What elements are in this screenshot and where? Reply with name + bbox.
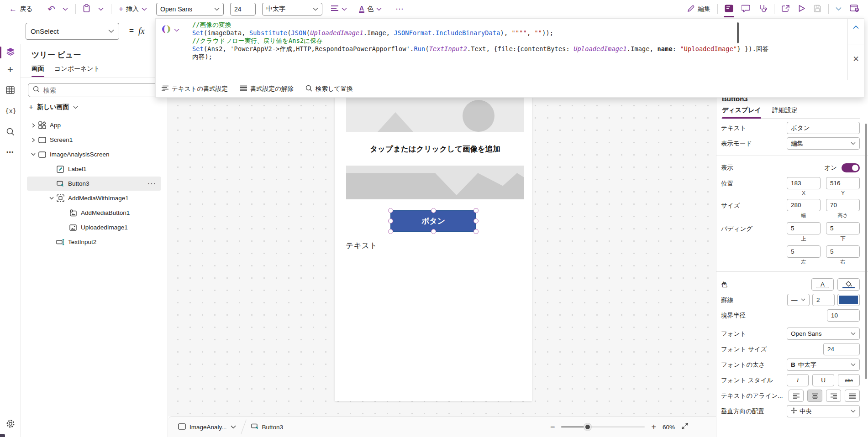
resize-handle-nw[interactable] bbox=[388, 208, 393, 213]
border-width-input[interactable] bbox=[812, 294, 835, 306]
position-x-input[interactable] bbox=[787, 177, 821, 189]
formula-code[interactable]: //画像の変換Set(imageData, Substitute(JSON(Up… bbox=[192, 21, 738, 61]
preview-play-button[interactable] bbox=[794, 2, 810, 16]
tree-search-box[interactable] bbox=[28, 83, 161, 97]
border-radius-input[interactable] bbox=[827, 309, 860, 322]
settings-rail-button[interactable] bbox=[0, 416, 21, 433]
properties-pane-button[interactable] bbox=[721, 2, 737, 16]
format-text-action-button[interactable]: テキストの書式設定 bbox=[161, 85, 228, 93]
insert-button[interactable]: + 挿入 bbox=[116, 3, 150, 15]
font-select[interactable]: Open Sans bbox=[787, 328, 860, 340]
text-color-button[interactable]: A bbox=[811, 278, 834, 291]
vertical-align-select[interactable]: 中央 bbox=[787, 405, 860, 417]
more-rail-button[interactable]: ⋯ bbox=[0, 143, 21, 161]
variables-rail-button[interactable]: {x} bbox=[0, 103, 21, 120]
clear-format-action-button[interactable]: 書式設定の解除 bbox=[240, 85, 294, 93]
search-rail-button[interactable] bbox=[0, 124, 21, 141]
tree-item-uploadedimage1[interactable]: UploadedImage1 bbox=[27, 220, 161, 234]
padding-right-input[interactable] bbox=[826, 245, 860, 258]
tree-search-input[interactable] bbox=[43, 87, 156, 94]
tree-item-screen1[interactable]: Screen1 bbox=[27, 133, 161, 147]
tab-advanced[interactable]: 詳細設定 bbox=[772, 106, 798, 118]
visible-toggle[interactable] bbox=[842, 163, 860, 172]
app-checker-button[interactable] bbox=[754, 1, 771, 16]
size-width-input[interactable] bbox=[787, 199, 821, 211]
resize-handle-w[interactable] bbox=[388, 218, 393, 224]
resize-handle-sw[interactable] bbox=[388, 229, 393, 234]
chevron-right-icon[interactable] bbox=[30, 123, 37, 128]
save-button[interactable] bbox=[810, 2, 826, 16]
align-right-button[interactable] bbox=[826, 390, 841, 402]
border-style-select[interactable]: — bbox=[787, 294, 810, 306]
paste-dropdown[interactable] bbox=[95, 5, 106, 13]
add-media-with-image-control[interactable]: タップまたはクリックして画像を追加 bbox=[346, 97, 524, 199]
chevron-down-icon[interactable] bbox=[30, 153, 37, 156]
padding-top-input[interactable] bbox=[787, 222, 821, 234]
zoom-in-button[interactable]: + bbox=[651, 422, 656, 432]
display-mode-select[interactable]: 編集 bbox=[787, 137, 860, 150]
share-button[interactable] bbox=[777, 2, 794, 16]
insert-rail-button[interactable]: + bbox=[0, 61, 21, 78]
comments-button[interactable] bbox=[737, 2, 754, 16]
align-left-button[interactable] bbox=[789, 390, 804, 402]
new-screen-button[interactable]: + 新しい画面 bbox=[21, 97, 168, 116]
font-weight-select[interactable]: B中太字 bbox=[787, 359, 860, 371]
back-button[interactable]: ← 戻る bbox=[6, 3, 35, 15]
undo-button[interactable]: ↶ bbox=[45, 3, 58, 16]
tree-item-label1[interactable]: Label1 bbox=[27, 162, 161, 176]
data-rail-button[interactable] bbox=[0, 82, 21, 99]
tree-item-imageanalysisscreen[interactable]: ImageAnalysisScreen bbox=[27, 147, 161, 161]
chevron-down-icon[interactable] bbox=[48, 197, 55, 200]
italic-button[interactable]: I bbox=[787, 374, 809, 386]
tree-item-button3[interactable]: Button3··· bbox=[27, 177, 161, 191]
breadcrumb-control[interactable]: Button3 bbox=[251, 423, 284, 432]
tab-screens[interactable]: 画面 bbox=[32, 65, 44, 77]
tree-item-addmediawithimage1[interactable]: AddMediaWithImage1 bbox=[27, 191, 161, 205]
search-action-button[interactable]: 検索して置換 bbox=[305, 85, 353, 93]
screen-artboard[interactable]: タップまたはクリックして画像を追加 ボタン テキスト bbox=[335, 97, 532, 401]
font-family-select[interactable]: Open Sans bbox=[156, 3, 224, 16]
formula-editor[interactable]: //画像の変換Set(imageData, Substitute(JSON(Up… bbox=[156, 19, 864, 80]
padding-left-input[interactable] bbox=[787, 245, 821, 258]
tree-item-textinput2[interactable]: TextInput2 bbox=[27, 235, 161, 249]
save-options-dropdown[interactable] bbox=[831, 4, 846, 14]
position-y-input[interactable] bbox=[826, 177, 860, 189]
resize-handle-e[interactable] bbox=[473, 218, 479, 224]
tab-display[interactable]: ディスプレイ bbox=[722, 106, 761, 118]
formula-collapse-button[interactable] bbox=[848, 25, 864, 29]
align-justify-button[interactable] bbox=[845, 390, 860, 402]
fill-color-button[interactable] bbox=[837, 278, 860, 291]
screen-selector[interactable]: ImageAnaly... bbox=[178, 423, 236, 431]
underline-button[interactable]: U bbox=[812, 374, 834, 386]
font-weight-select[interactable]: 中太字 bbox=[262, 3, 322, 16]
font-color-button[interactable]: A 色 bbox=[356, 3, 384, 15]
tab-components[interactable]: コンポーネント bbox=[54, 65, 100, 77]
border-color-swatch[interactable] bbox=[837, 294, 860, 306]
font-size-input[interactable] bbox=[823, 343, 860, 355]
edit-mode-button[interactable]: 編集 bbox=[683, 2, 715, 16]
undo-dropdown[interactable] bbox=[60, 5, 71, 13]
text-align-button[interactable] bbox=[328, 3, 350, 15]
resize-handle-ne[interactable] bbox=[473, 208, 479, 213]
text-value-input[interactable] bbox=[787, 122, 860, 134]
zoom-slider[interactable] bbox=[561, 423, 645, 431]
formula-close-button[interactable]: ✕ bbox=[848, 54, 864, 64]
tree-view-rail-button[interactable] bbox=[0, 44, 21, 61]
align-center-button[interactable] bbox=[807, 390, 822, 402]
size-height-input[interactable] bbox=[826, 199, 860, 211]
paste-button[interactable] bbox=[80, 2, 94, 16]
tree-item-app[interactable]: App bbox=[27, 118, 161, 132]
label1-control[interactable]: テキスト bbox=[346, 240, 378, 251]
canvas-area[interactable]: タップまたはクリックして画像を追加 ボタン テキスト bbox=[168, 44, 716, 416]
publish-button[interactable] bbox=[846, 1, 863, 16]
zoom-out-button[interactable]: − bbox=[550, 422, 555, 432]
toolbar-overflow-button[interactable]: ⋯ bbox=[393, 3, 407, 15]
item-options-button[interactable]: ··· bbox=[148, 180, 157, 187]
slider-thumb[interactable] bbox=[584, 423, 591, 431]
button3-control[interactable]: ボタン bbox=[390, 210, 476, 232]
strikethrough-button[interactable]: abc bbox=[838, 374, 860, 386]
formula-scrollbar[interactable] bbox=[737, 22, 739, 43]
resize-handle-se[interactable] bbox=[473, 229, 479, 234]
property-selector[interactable]: OnSelect bbox=[26, 23, 119, 40]
copilot-menu[interactable] bbox=[161, 24, 179, 36]
